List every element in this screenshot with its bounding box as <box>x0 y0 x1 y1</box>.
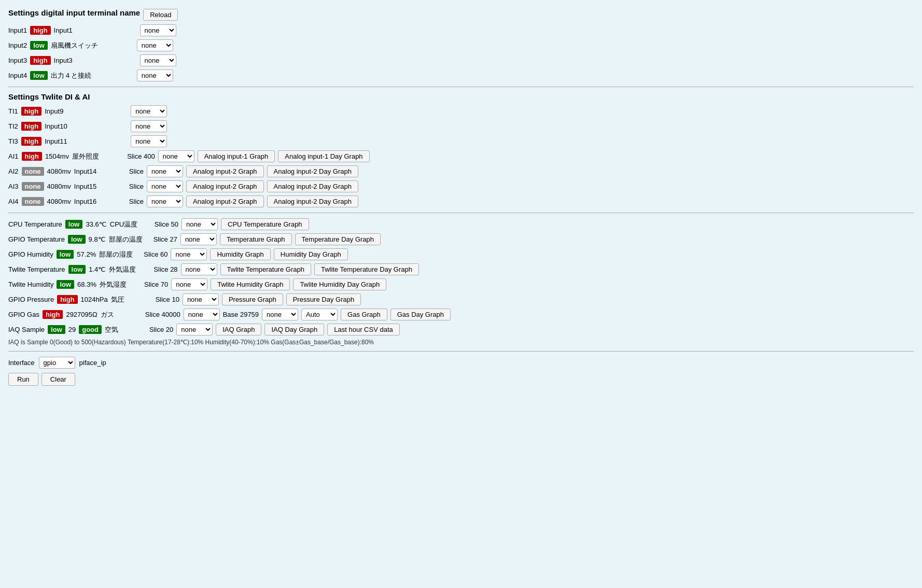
graph-button[interactable]: Analog input-1 Graph <box>198 150 275 162</box>
none-select[interactable]: none <box>181 218 218 230</box>
sensor-value: 68.3% <box>77 281 96 288</box>
none-select[interactable]: none <box>147 195 183 207</box>
interface-row: Interface gpio piface_ip <box>8 357 914 369</box>
interface-name: piface_ip <box>79 359 106 367</box>
none-select[interactable]: none <box>181 263 217 275</box>
status-badge: none <box>22 197 44 206</box>
none-select[interactable]: none <box>183 293 219 305</box>
sensor-value: 57.2% <box>77 250 96 258</box>
graph-button[interactable]: Analog input-2 Graph <box>186 165 264 177</box>
graph-button[interactable]: Humidity Graph <box>210 248 270 260</box>
sensor-row: IAQ Sample low 29 good空気Slice 20noneIAQ … <box>8 324 914 335</box>
none-select[interactable]: none <box>131 120 167 132</box>
status-badge: high <box>57 295 77 304</box>
none-select[interactable]: none <box>184 309 220 320</box>
graph-button[interactable]: Analog input-1 Day Graph <box>278 150 369 162</box>
sensor-name: ガス <box>101 310 142 319</box>
graph-button[interactable]: Gas Day Graph <box>390 309 451 320</box>
slice-label: Slice 400 <box>127 152 155 160</box>
interface-select[interactable]: gpio <box>39 357 75 369</box>
ti-id: TI1 <box>8 107 18 115</box>
status-badge: low <box>48 325 65 334</box>
graph-button[interactable]: Analog input-2 Day Graph <box>267 180 358 192</box>
ai-name: Input14 <box>74 167 126 175</box>
none-select[interactable]: none <box>147 165 183 177</box>
graph-button[interactable]: Analog input-2 Day Graph <box>267 165 358 177</box>
status-badge: high <box>21 137 41 146</box>
status-badge: low <box>30 41 48 50</box>
run-button[interactable]: Run <box>8 373 38 386</box>
none-select[interactable]: none <box>171 248 207 260</box>
input-name: 扇風機スイッチ <box>51 41 134 50</box>
graph-button[interactable]: IAQ Day Graph <box>264 324 324 335</box>
ai-value: 4080mv <box>47 183 71 190</box>
graph-button[interactable]: Twlite Temperature Day Graph <box>314 263 419 275</box>
sensor-name: 外気湿度 <box>100 280 141 289</box>
run-clear-row: Run Clear <box>8 373 914 386</box>
reload-button[interactable]: Reload <box>143 9 178 21</box>
ti-row: TI2 high Input10 none <box>8 120 914 132</box>
sensor-name: 空気 <box>105 325 146 334</box>
none-select[interactable]: none <box>171 278 207 290</box>
ai-row: AI3 none 4080mv Input15 Slice none Analo… <box>8 180 914 192</box>
sensor-row: GPIO Temperature low 9.8℃ 部屋の温度Slice 27n… <box>8 233 914 245</box>
graph-button[interactable]: Gas Graph <box>341 309 387 320</box>
none-select[interactable]: none <box>131 105 167 117</box>
graph-button[interactable]: Temperature Graph <box>220 233 292 245</box>
none-select[interactable]: none <box>137 69 173 81</box>
graph-button[interactable]: Analog input-2 Day Graph <box>267 195 358 207</box>
twlite-ai-rows: AI1 high 1504mv 屋外照度 Slice 400 none Anal… <box>8 150 914 207</box>
none-select[interactable]: none <box>147 180 183 192</box>
slice-label: Slice 70 <box>144 281 168 288</box>
input-id: Input2 <box>8 41 27 49</box>
none-select[interactable]: none <box>137 39 173 51</box>
input-id: Input1 <box>8 26 27 34</box>
ti-id: TI2 <box>8 122 18 130</box>
graph-button[interactable]: Last hour CSV data <box>327 324 399 335</box>
none-select[interactable]: none <box>140 24 176 36</box>
sensor-name: 外気温度 <box>109 265 150 274</box>
clear-button[interactable]: Clear <box>41 373 75 386</box>
ai-value: 4080mv <box>47 198 71 205</box>
none-select[interactable]: none <box>131 135 167 147</box>
ai-id: AI3 <box>8 183 19 190</box>
graph-button[interactable]: CPU Temperature Graph <box>221 218 309 230</box>
graph-button[interactable]: Pressure Day Graph <box>286 293 361 305</box>
ai-name: Input16 <box>74 198 126 205</box>
status-badge: low <box>68 265 86 274</box>
ti-name: Input11 <box>45 137 128 145</box>
none-select[interactable]: none <box>176 324 213 335</box>
status-badge: none <box>22 182 44 191</box>
graph-button[interactable]: Temperature Day Graph <box>295 233 381 245</box>
none-select[interactable]: none <box>180 233 217 245</box>
graph-button[interactable]: IAQ Graph <box>216 324 261 335</box>
graph-button[interactable]: Twlite Temperature Graph <box>220 263 311 275</box>
ti-id: TI3 <box>8 137 18 145</box>
ai-row: AI4 none 4080mv Input16 Slice none Analo… <box>8 195 914 207</box>
graph-button[interactable]: Humidity Day Graph <box>274 248 348 260</box>
none-select[interactable]: none <box>158 150 194 162</box>
ai-row: AI1 high 1504mv 屋外照度 Slice 400 none Anal… <box>8 150 914 162</box>
ai-value: 4080mv <box>47 167 71 175</box>
slice-label: Slice 40000 <box>145 311 180 318</box>
none-select[interactable]: none <box>262 309 298 320</box>
graph-button[interactable]: Twlite Humidity Day Graph <box>293 278 386 290</box>
auto-select[interactable]: Auto <box>301 309 338 320</box>
graph-button[interactable]: Twlite Humidity Graph <box>211 278 290 290</box>
ai-id: AI2 <box>8 167 19 175</box>
sensor-data-rows: CPU Temperature low 33.6℃ CPU温度Slice 50n… <box>8 218 914 335</box>
none-select[interactable]: none <box>140 54 176 66</box>
status-badge: high <box>21 122 41 131</box>
graph-button[interactable]: Analog input-2 Graph <box>186 180 264 192</box>
sensor-name: 気圧 <box>111 295 152 304</box>
sensor-label: CPU Temperature <box>8 220 62 228</box>
slice-label: Slice 60 <box>144 250 167 258</box>
ai-name: 屋外照度 <box>72 152 124 161</box>
sensor-value: 1.4℃ <box>89 265 106 273</box>
status-badge-2: good <box>79 325 102 334</box>
graph-button[interactable]: Analog input-2 Graph <box>186 195 264 207</box>
interface-label: Interface <box>8 359 35 367</box>
graph-button[interactable]: Pressure Graph <box>222 293 283 305</box>
ti-row: TI1 high Input9 none <box>8 105 914 117</box>
sensor-value: 9.8℃ <box>89 235 106 243</box>
